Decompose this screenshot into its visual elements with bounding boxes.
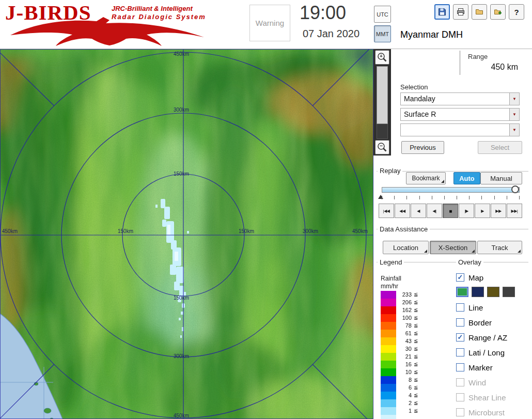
legend-row: 8≦ (381, 376, 430, 384)
map-style-swatch-2[interactable] (472, 287, 484, 297)
checkbox-line[interactable] (456, 303, 464, 312)
legend-color-swatch (381, 330, 396, 337)
svg-text:+: + (380, 53, 383, 59)
legend-color-swatch (381, 399, 396, 407)
legend-color-swatch (381, 384, 396, 392)
overlay-item-label: Lati / Long (468, 348, 505, 357)
folder-icon (475, 7, 484, 17)
play-backward-button[interactable]: ◀ (411, 204, 426, 218)
overlay-item-marker: Marker (456, 362, 532, 374)
checkbox-range-az[interactable]: ✓ (456, 333, 464, 342)
zoom-in-icon: + (377, 52, 388, 63)
fast-forward-button[interactable]: ▶▶ (491, 204, 506, 218)
zoom-in-button[interactable]: + (375, 50, 389, 65)
zoom-out-icon: − (377, 142, 388, 153)
save-icon (437, 7, 447, 17)
checkbox-marker[interactable] (456, 363, 464, 371)
range-label: 450km (352, 228, 368, 234)
radar-map-image: 450km 300km 150km 150km 300km 450km 450k… (0, 49, 373, 419)
overlay-item-label: Marker (468, 363, 493, 372)
site-dropdown[interactable]: Mandalay ▼ (400, 92, 520, 105)
import-button[interactable] (490, 4, 506, 20)
warning-button[interactable]: Warning (249, 5, 290, 41)
checkbox-border[interactable] (456, 318, 464, 327)
step-backward-button[interactable]: ◀| (427, 204, 442, 218)
dropdown-arrow-icon[interactable]: ▼ (509, 124, 519, 136)
overlay-item-map: ✓ Map (456, 272, 532, 284)
legend-lte-symbol: ≦ (414, 400, 418, 406)
auto-button[interactable]: Auto (453, 172, 480, 184)
range-label: 150km (174, 171, 189, 177)
play-forward-button[interactable]: ▶ (475, 204, 490, 218)
eagle-logo-icon (6, 15, 208, 46)
x-section-button[interactable]: X-Section (430, 241, 476, 254)
checkmark-icon: ✓ (458, 274, 463, 281)
range-label: 300km (174, 107, 189, 113)
overlay-item-label: Microburst (468, 408, 505, 417)
legend-lte-symbol: ≦ (414, 346, 418, 351)
overlay-item-range-az: ✓ Range / AZ (456, 332, 532, 344)
playback-controls: |◀◀ ◀◀ ◀ ◀| ■ |▶ ▶ ▶▶ ▶▶| (379, 204, 522, 218)
zoom-strip: + − (373, 49, 391, 156)
checkbox-map[interactable]: ✓ (456, 273, 464, 282)
range-label: 450km (2, 228, 18, 234)
map-style-swatch-1[interactable] (456, 287, 468, 297)
dropdown-arrow-icon[interactable]: ▼ (509, 93, 519, 105)
legend-value: 2 (399, 400, 412, 406)
map-style-swatch-3[interactable] (487, 287, 499, 297)
legend-color-swatch (381, 299, 396, 306)
previous-button[interactable]: Previous (401, 141, 444, 154)
fast-rewind-button[interactable]: ◀◀ (395, 204, 410, 218)
stop-button[interactable]: ■ (443, 204, 458, 218)
site-dropdown-value: Mandalay (404, 93, 435, 105)
timeline-track[interactable] (382, 187, 520, 193)
legend-unit-line2: mm/hr (381, 283, 398, 290)
radar-map-canvas[interactable]: 450km 300km 150km 150km 300km 450km 450k… (0, 49, 373, 419)
legend-lte-symbol: ≦ (414, 307, 418, 313)
legend-value: 4 (399, 392, 412, 398)
location-button[interactable]: Location (383, 241, 429, 254)
legend-lte-symbol: ≦ (414, 408, 418, 413)
manual-button[interactable]: Manual (480, 172, 522, 184)
printer-icon (456, 7, 465, 17)
skip-to-start-button[interactable]: |◀◀ (379, 204, 394, 218)
legend-value: 8 (399, 377, 412, 383)
help-button[interactable]: ? (509, 4, 524, 20)
map-style-swatch-4[interactable] (503, 287, 515, 297)
dropdown-arrow-icon[interactable]: ▼ (509, 108, 519, 120)
zoom-slider-thumb[interactable] (377, 66, 388, 124)
legend-color-swatch (381, 322, 396, 330)
overlay-item-lati-long: Lati / Long (456, 347, 532, 359)
legend-color-swatch (381, 361, 396, 368)
step-forward-button[interactable]: |▶ (459, 204, 474, 218)
skip-to-end-button[interactable]: ▶▶| (507, 204, 522, 218)
utc-button[interactable]: UTC (374, 6, 391, 23)
select-button[interactable]: Select (478, 141, 522, 154)
checkbox-lati-long[interactable] (456, 348, 464, 356)
range-label: 150km (239, 228, 254, 234)
legend-row: 30≦ (381, 345, 430, 353)
bookmark-button[interactable]: Bookmark (406, 172, 446, 184)
open-button[interactable] (472, 4, 487, 20)
product-dropdown[interactable]: Surface R ▼ (400, 108, 520, 121)
extra-dropdown[interactable]: ▼ (400, 123, 520, 136)
print-button[interactable] (453, 4, 468, 20)
legend-value: 100 (399, 315, 412, 321)
track-button[interactable]: Track (477, 241, 522, 254)
rainfall-legend: 233≦ 206≦ 162≦ 100≦ 78≦ 61≦ 43≦ 30≦ 21≦ … (381, 291, 430, 419)
save-button[interactable] (434, 4, 450, 20)
folder-plus-icon (493, 7, 503, 17)
overlay-item-microburst: Microburst (456, 407, 532, 418)
legend-row: 10≦ (381, 368, 430, 376)
legend-lte-symbol: ≦ (414, 369, 418, 375)
legend-color-swatch (381, 337, 396, 345)
legend-color-swatch (381, 407, 396, 415)
mmt-button[interactable]: MMT (374, 25, 391, 42)
legend-value: 21 (399, 353, 412, 360)
legend-row: 21≦ (381, 353, 430, 361)
overlay-item-border: Border (456, 317, 532, 329)
overlay-item-label: Line (468, 303, 483, 312)
zoom-out-button[interactable]: − (375, 140, 389, 154)
legend-row: 162≦ (381, 306, 430, 314)
timeline-thumb[interactable] (511, 185, 519, 193)
